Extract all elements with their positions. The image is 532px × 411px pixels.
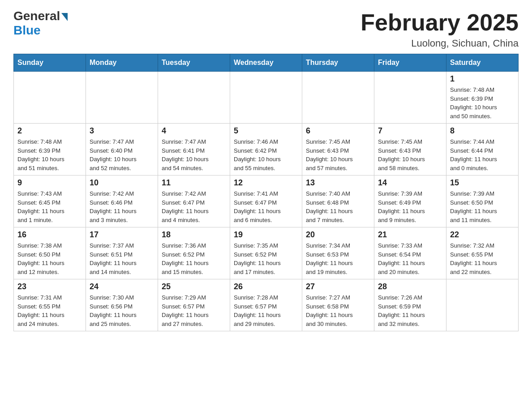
calendar-cell: 20Sunrise: 7:34 AM Sunset: 6:53 PM Dayli…: [302, 227, 374, 279]
day-info: Sunrise: 7:39 AM Sunset: 6:50 PM Dayligh…: [450, 189, 515, 224]
day-number: 28: [378, 282, 442, 291]
day-info: Sunrise: 7:48 AM Sunset: 6:39 PM Dayligh…: [17, 137, 82, 172]
day-info: Sunrise: 7:43 AM Sunset: 6:45 PM Dayligh…: [17, 189, 82, 224]
title-block: February 2025 Luolong, Sichuan, China: [360, 9, 519, 49]
logo-blue-text: Blue: [13, 23, 41, 38]
logo-top: General: [13, 9, 68, 23]
calendar-cell: [14, 72, 86, 124]
header-friday: Friday: [374, 54, 446, 72]
calendar-cell: 28Sunrise: 7:26 AM Sunset: 6:59 PM Dayli…: [374, 279, 446, 331]
day-info: Sunrise: 7:47 AM Sunset: 6:40 PM Dayligh…: [90, 137, 154, 172]
calendar-cell: 11Sunrise: 7:42 AM Sunset: 6:47 PM Dayli…: [158, 176, 230, 227]
day-number: 6: [306, 126, 370, 136]
calendar-cell: 5Sunrise: 7:46 AM Sunset: 6:42 PM Daylig…: [230, 124, 302, 176]
calendar-cell: 12Sunrise: 7:41 AM Sunset: 6:47 PM Dayli…: [230, 176, 302, 227]
calendar-cell: 19Sunrise: 7:35 AM Sunset: 6:52 PM Dayli…: [230, 227, 302, 279]
day-info: Sunrise: 7:40 AM Sunset: 6:48 PM Dayligh…: [306, 189, 370, 224]
calendar-week-5: 23Sunrise: 7:31 AM Sunset: 6:55 PM Dayli…: [14, 279, 519, 331]
calendar-week-3: 9Sunrise: 7:43 AM Sunset: 6:45 PM Daylig…: [14, 176, 519, 227]
calendar-cell: [230, 72, 302, 124]
day-info: Sunrise: 7:46 AM Sunset: 6:42 PM Dayligh…: [234, 137, 298, 172]
header-monday: Monday: [86, 54, 158, 72]
logo: General Blue: [13, 9, 68, 38]
day-number: 12: [234, 178, 298, 188]
day-info: Sunrise: 7:33 AM Sunset: 6:54 PM Dayligh…: [378, 241, 442, 276]
logo-general-text: General: [13, 9, 60, 23]
day-number: 20: [306, 230, 370, 240]
header-sunday: Sunday: [14, 54, 86, 72]
day-info: Sunrise: 7:31 AM Sunset: 6:55 PM Dayligh…: [17, 293, 82, 328]
calendar-cell: 7Sunrise: 7:45 AM Sunset: 6:43 PM Daylig…: [374, 124, 446, 176]
day-number: 16: [17, 230, 82, 240]
calendar-cell: 27Sunrise: 7:27 AM Sunset: 6:58 PM Dayli…: [302, 279, 374, 331]
calendar-cell: 26Sunrise: 7:28 AM Sunset: 6:57 PM Dayli…: [230, 279, 302, 331]
calendar-cell: [86, 72, 158, 124]
day-number: 11: [162, 178, 226, 188]
calendar-cell: 14Sunrise: 7:39 AM Sunset: 6:49 PM Dayli…: [374, 176, 446, 227]
day-headers-row: Sunday Monday Tuesday Wednesday Thursday…: [14, 54, 519, 72]
calendar-week-1: 1Sunrise: 7:48 AM Sunset: 6:39 PM Daylig…: [14, 72, 519, 124]
day-number: 1: [450, 74, 515, 84]
day-number: 26: [234, 282, 298, 291]
day-number: 18: [162, 230, 226, 240]
calendar-header: Sunday Monday Tuesday Wednesday Thursday…: [14, 54, 519, 72]
day-number: 9: [17, 178, 82, 188]
day-info: Sunrise: 7:26 AM Sunset: 6:59 PM Dayligh…: [378, 293, 442, 328]
day-info: Sunrise: 7:28 AM Sunset: 6:57 PM Dayligh…: [234, 293, 298, 328]
day-number: 17: [90, 230, 154, 240]
calendar-cell: 18Sunrise: 7:36 AM Sunset: 6:52 PM Dayli…: [158, 227, 230, 279]
calendar-body: 1Sunrise: 7:48 AM Sunset: 6:39 PM Daylig…: [14, 72, 519, 331]
calendar-cell: 13Sunrise: 7:40 AM Sunset: 6:48 PM Dayli…: [302, 176, 374, 227]
logo-arrow-icon: [61, 13, 68, 21]
day-number: 10: [90, 178, 154, 188]
day-number: 7: [378, 126, 442, 136]
day-info: Sunrise: 7:42 AM Sunset: 6:47 PM Dayligh…: [162, 189, 226, 224]
calendar-cell: 21Sunrise: 7:33 AM Sunset: 6:54 PM Dayli…: [374, 227, 446, 279]
calendar-cell: 8Sunrise: 7:44 AM Sunset: 6:44 PM Daylig…: [446, 124, 519, 176]
calendar-cell: 9Sunrise: 7:43 AM Sunset: 6:45 PM Daylig…: [14, 176, 86, 227]
calendar-week-2: 2Sunrise: 7:48 AM Sunset: 6:39 PM Daylig…: [14, 124, 519, 176]
calendar-cell: [302, 72, 374, 124]
day-number: 5: [234, 126, 298, 136]
day-info: Sunrise: 7:29 AM Sunset: 6:57 PM Dayligh…: [162, 293, 226, 328]
calendar-cell: 2Sunrise: 7:48 AM Sunset: 6:39 PM Daylig…: [14, 124, 86, 176]
day-number: 23: [17, 282, 82, 291]
header-wednesday: Wednesday: [230, 54, 302, 72]
day-info: Sunrise: 7:48 AM Sunset: 6:39 PM Dayligh…: [450, 86, 515, 120]
day-info: Sunrise: 7:38 AM Sunset: 6:50 PM Dayligh…: [17, 241, 82, 276]
calendar-cell: 4Sunrise: 7:47 AM Sunset: 6:41 PM Daylig…: [158, 124, 230, 176]
calendar-cell: 15Sunrise: 7:39 AM Sunset: 6:50 PM Dayli…: [446, 176, 519, 227]
calendar-cell: 25Sunrise: 7:29 AM Sunset: 6:57 PM Dayli…: [158, 279, 230, 331]
calendar-cell: [446, 279, 519, 331]
day-number: 15: [450, 178, 515, 188]
calendar-cell: 17Sunrise: 7:37 AM Sunset: 6:51 PM Dayli…: [86, 227, 158, 279]
calendar-cell: 1Sunrise: 7:48 AM Sunset: 6:39 PM Daylig…: [446, 72, 519, 124]
calendar-cell: 10Sunrise: 7:42 AM Sunset: 6:46 PM Dayli…: [86, 176, 158, 227]
calendar-cell: 3Sunrise: 7:47 AM Sunset: 6:40 PM Daylig…: [86, 124, 158, 176]
calendar-week-4: 16Sunrise: 7:38 AM Sunset: 6:50 PM Dayli…: [14, 227, 519, 279]
header-thursday: Thursday: [302, 54, 374, 72]
day-number: 21: [378, 230, 442, 240]
day-number: 2: [17, 126, 82, 136]
day-info: Sunrise: 7:37 AM Sunset: 6:51 PM Dayligh…: [90, 241, 154, 276]
calendar-cell: 24Sunrise: 7:30 AM Sunset: 6:56 PM Dayli…: [86, 279, 158, 331]
calendar-cell: 23Sunrise: 7:31 AM Sunset: 6:55 PM Dayli…: [14, 279, 86, 331]
day-number: 4: [162, 126, 226, 136]
day-info: Sunrise: 7:39 AM Sunset: 6:49 PM Dayligh…: [378, 189, 442, 224]
day-info: Sunrise: 7:27 AM Sunset: 6:58 PM Dayligh…: [306, 293, 370, 328]
day-info: Sunrise: 7:36 AM Sunset: 6:52 PM Dayligh…: [162, 241, 226, 276]
day-info: Sunrise: 7:41 AM Sunset: 6:47 PM Dayligh…: [234, 189, 298, 224]
calendar-cell: 22Sunrise: 7:32 AM Sunset: 6:55 PM Dayli…: [446, 227, 519, 279]
header-tuesday: Tuesday: [158, 54, 230, 72]
day-info: Sunrise: 7:44 AM Sunset: 6:44 PM Dayligh…: [450, 137, 515, 172]
day-info: Sunrise: 7:47 AM Sunset: 6:41 PM Dayligh…: [162, 137, 226, 172]
calendar-cell: 16Sunrise: 7:38 AM Sunset: 6:50 PM Dayli…: [14, 227, 86, 279]
day-number: 19: [234, 230, 298, 240]
calendar-subtitle: Luolong, Sichuan, China: [360, 38, 519, 49]
day-number: 8: [450, 126, 515, 136]
day-number: 25: [162, 282, 226, 291]
day-number: 22: [450, 230, 515, 240]
calendar-table: Sunday Monday Tuesday Wednesday Thursday…: [13, 54, 519, 331]
calendar-cell: 6Sunrise: 7:45 AM Sunset: 6:43 PM Daylig…: [302, 124, 374, 176]
calendar-cell: [158, 72, 230, 124]
